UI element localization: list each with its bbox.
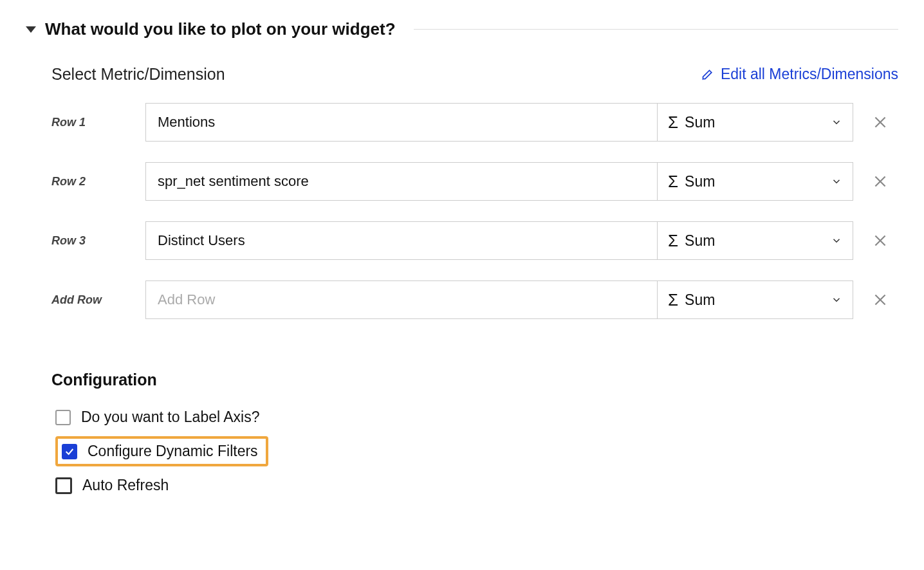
aggregation-value: Sum [685,114,824,131]
config-option: Configure Dynamic Filters [51,431,898,472]
sigma-icon: Σ [668,113,678,133]
row-label: Add Row [51,293,145,307]
option-wrapper: Auto Refresh [55,477,169,494]
checkbox[interactable] [55,410,71,425]
edit-all-link[interactable]: Edit all Metrics/Dimensions [701,66,898,83]
metric-input[interactable] [145,221,658,260]
row-label: Row 1 [51,116,145,129]
metric-input[interactable] [145,162,658,201]
divider [414,29,898,30]
edit-all-text: Edit all Metrics/Dimensions [721,66,898,83]
chevron-down-icon [831,294,842,306]
config-heading: Configuration [51,371,898,389]
metric-input[interactable] [145,280,658,319]
metric-rows: Row 1 Σ Sum Row 2 Σ Sum Row 3 Σ Sum Add … [51,103,898,319]
config-options: Do you want to Label Axis?Configure Dyna… [51,403,898,499]
caret-down-icon [26,26,36,33]
row-label: Row 2 [51,175,145,188]
edit-icon [701,68,714,81]
checkbox[interactable] [62,444,77,459]
sigma-icon: Σ [668,172,678,192]
section-header[interactable]: What would you like to plot on your widg… [26,19,898,39]
sigma-icon: Σ [668,231,678,251]
remove-row-button[interactable] [862,280,898,319]
close-icon [872,291,889,308]
sigma-icon: Σ [668,290,678,310]
close-icon [872,114,889,131]
chevron-down-icon [831,116,842,128]
remove-row-button[interactable] [862,103,898,142]
metric-row: Add Row Σ Sum [51,280,898,319]
remove-row-button[interactable] [862,221,898,260]
aggregation-value: Sum [685,232,824,250]
config-option-label: Do you want to Label Axis? [81,409,259,426]
close-icon [872,232,889,249]
chevron-down-icon [831,235,842,246]
config-option: Auto Refresh [51,472,898,499]
aggregation-select[interactable]: Σ Sum [658,221,853,260]
close-icon [872,173,889,190]
metric-row: Row 1 Σ Sum [51,103,898,142]
metric-label: Select Metric/Dimension [51,65,225,84]
metric-row: Row 2 Σ Sum [51,162,898,201]
config-option-label: Auto Refresh [82,477,169,494]
chevron-down-icon [831,176,842,187]
checkbox[interactable] [55,477,72,494]
aggregation-select[interactable]: Σ Sum [658,280,853,319]
row-label: Row 3 [51,234,145,248]
aggregation-select[interactable]: Σ Sum [658,103,853,142]
metric-area: Select Metric/Dimension Edit all Metrics… [26,65,898,319]
metric-header: Select Metric/Dimension Edit all Metrics… [51,65,898,84]
option-wrapper: Do you want to Label Axis? [55,409,259,426]
highlighted-option: Configure Dynamic Filters [55,436,268,466]
aggregation-select[interactable]: Σ Sum [658,162,853,201]
config-option-label: Configure Dynamic Filters [88,443,258,460]
metric-input[interactable] [145,103,658,142]
section-title: What would you like to plot on your widg… [45,19,396,39]
remove-row-button[interactable] [862,162,898,201]
metric-row: Row 3 Σ Sum [51,221,898,260]
config-section: Configuration Do you want to Label Axis?… [26,371,898,499]
aggregation-value: Sum [685,291,824,309]
config-option: Do you want to Label Axis? [51,403,898,431]
check-icon [64,446,75,457]
aggregation-value: Sum [685,173,824,190]
